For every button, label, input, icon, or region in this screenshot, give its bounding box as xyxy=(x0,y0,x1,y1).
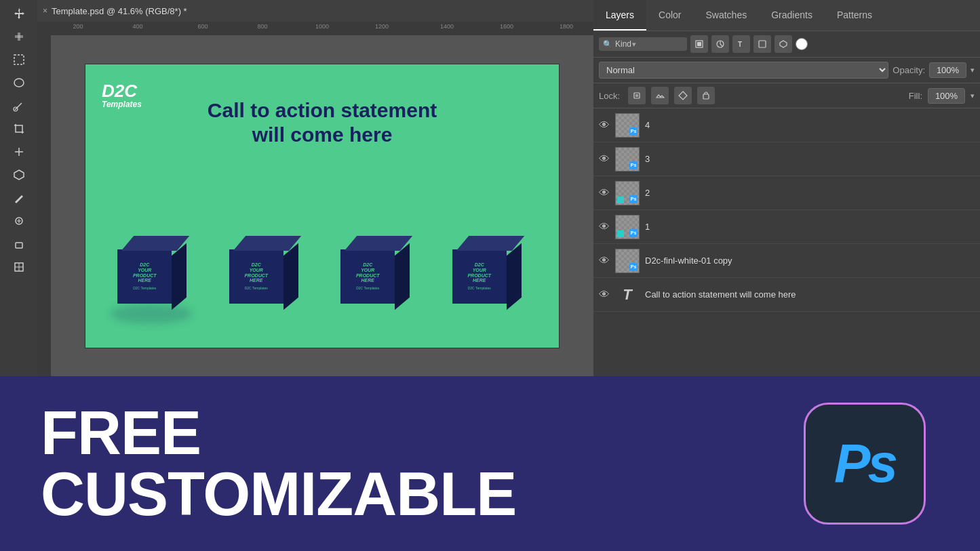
canvas-area: × Template.psd @ 41.6% (RGB/8*) * 200 40… xyxy=(37,0,593,376)
toolbar-marquee[interactable] xyxy=(7,49,31,70)
ps-logo-text: Ps xyxy=(834,432,895,495)
toolbar-clone[interactable] xyxy=(7,210,31,232)
ps-logo-area: Ps xyxy=(804,403,926,525)
canvas-wrapper: 200 400 600 800 1000 1200 1400 1600 1800 xyxy=(37,22,593,376)
filter-kind-label: Kind xyxy=(615,39,631,49)
layer-visibility-4[interactable]: 👁 xyxy=(599,119,610,131)
svg-rect-13 xyxy=(697,42,701,46)
opacity-chevron: ▾ xyxy=(971,66,975,75)
fill-chevron: ▾ xyxy=(971,91,975,100)
lock-image-button[interactable] xyxy=(651,87,669,104)
layer-name-3: 3 xyxy=(645,154,975,164)
svg-point-1 xyxy=(14,79,24,87)
tab-layers[interactable]: Layers xyxy=(593,0,646,30)
blend-mode-select[interactable]: Normal xyxy=(599,62,888,79)
banner-line2: CUSTOMIZABLE xyxy=(41,464,516,525)
ruler-corner xyxy=(37,22,51,35)
svg-rect-19 xyxy=(703,94,709,99)
tab-color[interactable]: Color xyxy=(646,0,693,30)
tab-swatches[interactable]: Swatches xyxy=(694,0,760,30)
layer-thumb-text: T xyxy=(615,283,640,307)
fill-label: Fill: xyxy=(909,91,922,101)
toolbar-healing[interactable] xyxy=(7,141,31,163)
filter-adjustment-button[interactable] xyxy=(711,35,729,53)
layer-filter-search[interactable]: 🔍 Kind ▾ xyxy=(599,37,687,51)
ruler-vertical xyxy=(37,35,51,376)
opacity-value[interactable]: 100% xyxy=(929,62,966,78)
layer-name-d2c: D2c-finl-white-01 copy xyxy=(645,256,975,266)
box-item-4: D2CYOURPRODUCTHERE D2C Templates xyxy=(446,229,534,334)
layer-filter-bar: 🔍 Kind ▾ T xyxy=(593,31,980,58)
left-toolbar xyxy=(0,0,37,376)
layer-item-text[interactable]: 👁 T Call to action statement will come h… xyxy=(593,278,980,312)
layer-visibility-d2c[interactable]: 👁 xyxy=(599,255,610,267)
opacity-label: Opacity: xyxy=(893,65,925,75)
ruler-horizontal: 200 400 600 800 1000 1200 1400 1600 1800 xyxy=(51,22,593,35)
svg-text:T: T xyxy=(738,41,742,48)
lock-artboard-button[interactable] xyxy=(697,87,715,104)
right-panel: Layers Color Swatches Gradients Patterns… xyxy=(593,0,980,376)
layer-thumb-2: Ps xyxy=(615,181,640,205)
fill-value[interactable]: 100% xyxy=(928,88,965,104)
lock-position-button[interactable] xyxy=(674,87,692,104)
tab-title: Template.psd @ 41.6% (RGB/8*) * xyxy=(52,6,187,16)
layer-thumb-1: Ps xyxy=(615,215,640,239)
search-icon: 🔍 xyxy=(603,40,612,49)
blend-row: Normal Opacity: 100% ▾ xyxy=(593,58,980,83)
toolbar-special[interactable] xyxy=(7,256,31,278)
ruler-horizontal-row: 200 400 600 800 1000 1200 1400 1600 1800 xyxy=(37,22,593,35)
svg-rect-6 xyxy=(16,243,22,248)
layer-item-d2c[interactable]: 👁 Ps D2c-finl-white-01 copy xyxy=(593,244,980,278)
layer-list: 👁 Ps 4 👁 Ps 3 👁 xyxy=(593,108,980,376)
svg-line-2 xyxy=(15,103,22,110)
toolbar-lasso[interactable] xyxy=(7,72,31,94)
banner-text: FREE CUSTOMIZABLE xyxy=(41,403,516,525)
bottom-banner: FREE CUSTOMIZABLE Ps xyxy=(0,376,980,551)
layer-name-text: Call to action statement will come here xyxy=(645,289,975,300)
toolbar-move[interactable] xyxy=(7,26,31,47)
filter-color-circle[interactable] xyxy=(796,38,808,50)
layer-visibility-text[interactable]: 👁 xyxy=(599,289,610,301)
toolbar-crop[interactable] xyxy=(7,118,31,140)
layer-name-1: 1 xyxy=(645,222,975,232)
tab-close-button[interactable]: × xyxy=(43,6,47,16)
lock-row: Lock: Fill: 100% ▾ xyxy=(593,83,980,108)
mockup-headline: Call to action statement will come here xyxy=(85,98,559,147)
layer-item-3[interactable]: 👁 Ps 3 xyxy=(593,142,980,176)
svg-rect-0 xyxy=(14,55,24,64)
toolbar-sample[interactable] xyxy=(7,95,31,117)
filter-shape-button[interactable] xyxy=(753,35,771,53)
box-item-3: D2CYOURPRODUCTHERE D2C Templates xyxy=(334,229,422,334)
filter-dropdown-chevron: ▾ xyxy=(632,40,636,49)
toolbar-eraser[interactable] xyxy=(7,233,31,255)
lock-label: Lock: xyxy=(599,91,620,101)
svg-rect-18 xyxy=(635,94,638,97)
canvas-scroll[interactable]: D2C Templates Call to action statement w… xyxy=(51,35,593,376)
layer-thumb-d2c: Ps xyxy=(615,249,640,273)
toolbar-brush[interactable] xyxy=(7,187,31,209)
layer-name-2: 2 xyxy=(645,188,975,198)
layer-thumb-3: Ps xyxy=(615,147,640,171)
filter-text-button[interactable]: T xyxy=(732,35,750,53)
tab-bar: × Template.psd @ 41.6% (RGB/8*) * xyxy=(37,0,593,22)
filter-pixel-button[interactable] xyxy=(690,35,708,53)
layer-visibility-3[interactable]: 👁 xyxy=(599,153,610,165)
tab-patterns[interactable]: Patterns xyxy=(825,0,884,30)
filter-smart-button[interactable] xyxy=(775,35,792,53)
toolbar-arrows[interactable] xyxy=(7,3,31,24)
mockup-canvas: D2C Templates Call to action statement w… xyxy=(85,64,560,348)
banner-line1: FREE xyxy=(41,403,516,464)
panel-tabs: Layers Color Swatches Gradients Patterns xyxy=(593,0,980,31)
box-item-1: D2CYOURPRODUCTHERE D2C Templates xyxy=(111,229,199,334)
box-item-2: D2CYOURPRODUCTHERE D2C Templates xyxy=(222,229,311,334)
layer-visibility-2[interactable]: 👁 xyxy=(599,187,610,199)
layer-item-4[interactable]: 👁 Ps 4 xyxy=(593,108,980,142)
layer-item-2[interactable]: 👁 Ps 2 xyxy=(593,176,980,210)
tab-gradients[interactable]: Gradients xyxy=(759,0,825,30)
layer-item-1[interactable]: 👁 Ps 1 xyxy=(593,210,980,244)
layer-thumb-4: Ps xyxy=(615,113,640,138)
toolbar-smart[interactable] xyxy=(7,164,31,186)
lock-transparency-button[interactable] xyxy=(628,87,646,104)
layer-visibility-1[interactable]: 👁 xyxy=(599,221,610,233)
svg-marker-4 xyxy=(14,170,24,180)
